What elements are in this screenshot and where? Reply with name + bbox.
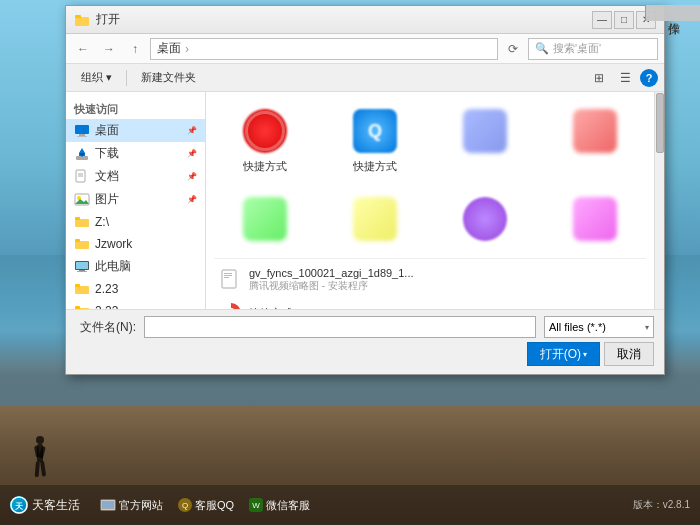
sidebar-label-computer: 此电脑: [95, 258, 197, 275]
view-list-button[interactable]: ☰: [614, 67, 636, 89]
open-button[interactable]: 打开(O) ▾: [527, 342, 600, 366]
new-folder-button[interactable]: 新建文件夹: [132, 67, 205, 89]
website-link[interactable]: 官方网站: [100, 498, 163, 513]
jzwork-icon: [74, 236, 90, 252]
pin-icon-3: 📌: [187, 172, 197, 181]
svg-rect-28: [77, 271, 87, 272]
sidebar-item-computer[interactable]: 此电脑: [66, 255, 205, 278]
view-large-button[interactable]: ⊞: [588, 67, 610, 89]
file-icon-3: [571, 107, 619, 155]
file-list-meta-0: 腾讯视频缩略图 - 安装程序: [249, 279, 635, 293]
forward-button[interactable]: →: [98, 38, 120, 60]
file-item-3[interactable]: [544, 100, 646, 180]
address-breadcrumb[interactable]: 桌面 ›: [150, 38, 498, 60]
title-bar: 打开 — □ ✕: [66, 6, 664, 34]
sidebar-item-desktop1[interactable]: 桌面 📌: [66, 119, 205, 142]
main-area: 快速访问 桌面 📌: [66, 92, 664, 309]
file-list-item-1[interactable]: 快捷方式 2.37 KB: [214, 297, 646, 309]
cancel-label: 取消: [617, 346, 641, 363]
file-item-6[interactable]: [434, 188, 536, 254]
back-button[interactable]: ←: [72, 38, 94, 60]
svg-rect-41: [224, 273, 232, 274]
app-logo: 天 天客生活: [10, 496, 80, 514]
svg-rect-26: [76, 262, 88, 269]
dialog-title: 打开: [96, 11, 592, 28]
file-item-2[interactable]: [434, 100, 536, 180]
sidebar: 快速访问 桌面 📌: [66, 92, 206, 309]
toolbar: 组织 ▾ 新建文件夹 ⊞ ☰ ?: [66, 64, 664, 92]
file-icon-4: [241, 195, 289, 243]
sidebar-label-jzwork: Jzwork: [95, 237, 197, 251]
minimize-button[interactable]: —: [592, 11, 612, 29]
file-list-info-0: gv_fyncs_100021_azgi_1d89_1... 腾讯视频缩略图 -…: [249, 267, 635, 293]
new-folder-label: 新建文件夹: [141, 70, 196, 85]
filename-input[interactable]: [144, 316, 536, 338]
sidebar-label-docs: 文档: [95, 168, 182, 185]
sidebar-item-images[interactable]: 图片 📌: [66, 188, 205, 211]
file-item-4[interactable]: [214, 188, 316, 254]
sidebar-item-jzwork[interactable]: Jzwork: [66, 233, 205, 255]
svg-rect-43: [224, 277, 229, 278]
scrollbar-thumb[interactable]: [656, 93, 664, 153]
dialog-buttons: 打开(O) ▾ 取消: [76, 342, 654, 366]
filename-label: 文件名(N):: [76, 319, 136, 336]
file-icon-red: [241, 107, 289, 155]
images-icon: [74, 192, 90, 208]
svg-rect-21: [75, 219, 89, 227]
file-item-0[interactable]: 快捷方式: [214, 100, 316, 180]
filename-row: 文件名(N): All files (*.*) ▾: [76, 316, 654, 338]
file-item-1[interactable]: Q 快捷方式: [324, 100, 426, 180]
help-button[interactable]: ?: [640, 69, 658, 87]
file-name-1: 快捷方式: [353, 159, 397, 173]
qq-label: 客服QQ: [195, 498, 234, 513]
computer-icon: [74, 259, 90, 275]
logo-icon: 天: [10, 496, 28, 514]
file-list-item-0[interactable]: gv_fyncs_100021_azgi_1d89_1... 腾讯视频缩略图 -…: [214, 263, 646, 297]
sidebar-item-docs[interactable]: 文档 📌: [66, 165, 205, 188]
quick-access-section: 快速访问 桌面 📌: [66, 100, 205, 309]
sidebar-item-223a[interactable]: 2.23: [66, 278, 205, 300]
dropdown-arrow: ▾: [645, 323, 649, 332]
file-icon-7: [571, 195, 619, 243]
svg-rect-27: [79, 270, 85, 271]
file-item-5[interactable]: [324, 188, 426, 254]
scrollbar-track[interactable]: [654, 92, 664, 309]
organize-label: 组织 ▾: [81, 70, 112, 85]
file-content: 快捷方式 Q 快捷方式: [206, 92, 654, 309]
filetype-label: All files (*.*): [549, 321, 606, 333]
svg-rect-5: [40, 460, 46, 476]
file-list-name-0: gv_fyncs_100021_azgi_1d89_1...: [249, 267, 635, 279]
search-box[interactable]: 🔍 搜索'桌面': [528, 38, 658, 60]
toolbar-right: ⊞ ☰ ?: [588, 67, 658, 89]
organize-button[interactable]: 组织 ▾: [72, 67, 121, 89]
open-dropdown-arrow: ▾: [583, 350, 587, 359]
svg-rect-42: [224, 275, 232, 276]
svg-rect-8: [75, 125, 89, 134]
sidebar-label-z: Z:\: [95, 215, 197, 229]
wechat-label: 微信客服: [266, 498, 310, 513]
docs-icon: [74, 169, 90, 185]
wechat-link[interactable]: W 微信客服: [249, 498, 310, 513]
svg-rect-29: [75, 286, 89, 294]
svg-rect-22: [75, 217, 80, 220]
sidebar-label-images: 图片: [95, 191, 182, 208]
dialog-icon: [74, 12, 90, 28]
maximize-button[interactable]: □: [614, 11, 634, 29]
cancel-button[interactable]: 取消: [604, 342, 654, 366]
file-icon-5: [351, 195, 399, 243]
version-text: 版本：v2.8.1: [633, 498, 690, 512]
refresh-button[interactable]: ⟳: [502, 38, 524, 60]
sidebar-item-223b[interactable]: 2.23: [66, 300, 205, 309]
quick-access-title: 快速访问: [66, 100, 205, 119]
qq-link[interactable]: Q 客服QQ: [178, 498, 234, 513]
toolbar-separator: [126, 70, 127, 86]
file-icon-purple: [461, 195, 509, 243]
up-button[interactable]: ↑: [124, 38, 146, 60]
file-item-7[interactable]: [544, 188, 646, 254]
pin-icon-2: 📌: [187, 149, 197, 158]
help-label: ?: [646, 72, 653, 84]
desktop-icon: [74, 123, 90, 139]
sidebar-item-download[interactable]: 下载 📌: [66, 142, 205, 165]
sidebar-item-z[interactable]: Z:\: [66, 211, 205, 233]
filetype-dropdown[interactable]: All files (*.*) ▾: [544, 316, 654, 338]
